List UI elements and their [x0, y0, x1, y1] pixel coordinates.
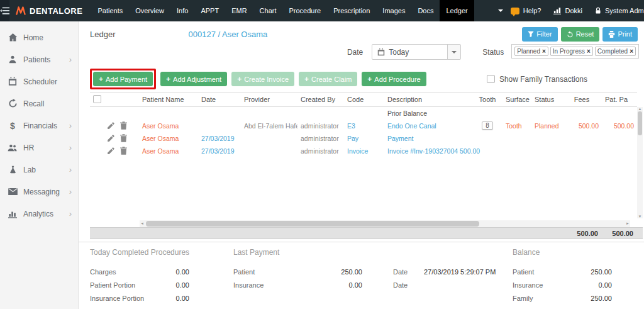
cell-fees: 500.00 — [562, 120, 602, 132]
date-select[interactable]: Today — [372, 44, 461, 60]
column-header-description: Description — [384, 93, 472, 107]
status-tag-planned[interactable]: Planned × — [514, 47, 548, 56]
nav-item-docs[interactable]: Docs — [411, 0, 440, 21]
cell-patient-name[interactable]: Aser Osama — [139, 145, 198, 157]
cell-patient-name[interactable]: Aser Osama — [139, 120, 198, 132]
nav-item-prescription[interactable]: Prescription — [327, 0, 376, 21]
sidebar-item-home[interactable]: Home — [0, 26, 78, 48]
scrollbar-thumb[interactable] — [638, 111, 642, 135]
sidebar-item-recall[interactable]: Recall — [0, 93, 78, 115]
column-header-patient-name: Patient Name — [139, 93, 198, 107]
balance-insurance-label: Insurance — [513, 281, 543, 289]
select-all-checkbox[interactable] — [93, 95, 101, 103]
edit-row-button[interactable] — [107, 147, 114, 155]
edit-row-button[interactable] — [107, 122, 114, 130]
add-procedure-button[interactable]: + Add Procedure — [362, 72, 426, 86]
table-vertical-scrollbar[interactable]: ▲ ▼ — [637, 107, 643, 218]
insurance-portion-value: 0.00 — [176, 295, 189, 302]
sidebar-item-lab[interactable]: Lab › — [0, 159, 78, 181]
delete-row-button[interactable] — [120, 134, 127, 142]
cell-date — [198, 120, 241, 132]
pencil-icon — [107, 135, 114, 142]
create-claim-button[interactable]: + Create Claim — [299, 72, 357, 86]
nav-more-dropdown[interactable] — [491, 0, 511, 21]
cell-provider: Abd El-7alem Hafez — [241, 120, 297, 132]
cell-description[interactable]: Invoice #Inv-190327004 500.00 — [384, 145, 472, 157]
close-icon[interactable]: × — [587, 48, 591, 55]
scroll-up-arrow[interactable]: ▲ — [638, 107, 643, 111]
tooth-badge[interactable]: 8 — [482, 121, 493, 130]
user-menu[interactable]: System Administrator — [595, 7, 644, 14]
nav-item-emr[interactable]: EMR — [225, 0, 253, 21]
brand[interactable]: DENTALORE — [9, 0, 91, 21]
table-horizontal-scrollbar[interactable]: ◄ ► — [140, 220, 630, 227]
balance-family-label: Family — [513, 295, 533, 302]
sidebar-item-financials[interactable]: $ Financials › — [0, 115, 78, 137]
sidebar-item-analytics[interactable]: Analytics › — [0, 203, 78, 225]
status-tag-in-progress[interactable]: In Progress × — [550, 47, 593, 56]
filter-label: Filter — [536, 30, 552, 38]
scroll-right-arrow[interactable]: ► — [625, 222, 630, 225]
create-claim-label: Create Claim — [311, 76, 352, 83]
reset-button[interactable]: Reset — [561, 27, 600, 42]
cell-code[interactable]: Invoice — [344, 145, 384, 157]
nav-item-ledger[interactable]: Ledger — [440, 0, 474, 21]
calendar-icon — [377, 48, 385, 56]
show-family-checkbox[interactable]: Show Family Transactions — [487, 75, 587, 84]
cell-code[interactable]: Pay — [344, 132, 384, 145]
status-tag-label: Completed — [597, 48, 628, 55]
cell-description[interactable]: Endo One Canal — [384, 120, 472, 132]
date-select-value: Today — [389, 48, 409, 57]
top-nav: Patients Overview Info APPT EMR Chart Pr… — [91, 0, 510, 21]
scrollbar-thumb[interactable] — [146, 221, 479, 227]
clinic-selector[interactable]: Dokki — [553, 7, 582, 14]
totals-pat-paid: 500.00 — [602, 228, 633, 240]
table-row: Prior Balance — [90, 107, 637, 120]
sidebar-toggle-button[interactable] — [0, 0, 9, 21]
status-tag-completed[interactable]: Completed × — [595, 47, 636, 56]
cell-description[interactable]: Payment — [384, 132, 472, 145]
filter-button[interactable]: Filter — [522, 27, 557, 42]
date-select-caret[interactable] — [447, 45, 460, 59]
sidebar-item-scheduler[interactable]: Scheduler — [0, 70, 78, 93]
sidebar-item-hr[interactable]: HR › — [0, 137, 78, 159]
cell-patient-name[interactable]: Aser Osama — [139, 132, 198, 145]
cell-code[interactable]: E3 — [344, 120, 384, 132]
add-adjustment-button[interactable]: + Add Adjustment — [160, 72, 227, 86]
table-row: Aser Osama 27/03/2019 administrator Pay … — [90, 132, 637, 145]
close-icon[interactable]: × — [630, 48, 633, 55]
nav-item-overview[interactable]: Overview — [129, 0, 170, 21]
print-button[interactable]: Print — [602, 27, 638, 42]
sidebar-item-patients[interactable]: Patients › — [0, 48, 78, 70]
cell-date: 27/03/2019 — [198, 132, 241, 145]
add-payment-button[interactable]: + Add Payment — [93, 72, 153, 86]
nav-item-patients[interactable]: Patients — [91, 0, 129, 21]
clinic-label: Dokki — [565, 7, 582, 14]
sidebar-item-label: Financials — [23, 121, 57, 130]
patient-link[interactable]: 000127 / Aser Osama — [188, 30, 267, 39]
plus-icon: + — [367, 75, 372, 84]
scroll-down-arrow[interactable]: ▼ — [638, 215, 643, 218]
nav-item-appt[interactable]: APPT — [194, 0, 225, 21]
nav-item-images[interactable]: Images — [376, 0, 411, 21]
status-filter-label: Status — [482, 48, 504, 57]
create-invoice-button[interactable]: + Create Invoice — [231, 72, 294, 86]
lp-insurance-value: 0.00 — [293, 281, 362, 289]
delete-row-button[interactable] — [120, 121, 127, 130]
help-button[interactable]: Help? — [511, 7, 541, 14]
status-filter-box[interactable]: Planned × In Progress × Completed × — [511, 44, 639, 59]
checkbox-icon[interactable] — [487, 75, 495, 83]
close-icon[interactable]: × — [542, 48, 546, 55]
delete-row-button[interactable] — [120, 147, 127, 155]
scroll-left-arrow[interactable]: ◄ — [140, 222, 145, 225]
nav-item-chart[interactable]: Chart — [253, 0, 283, 21]
add-adjustment-label: Add Adjustment — [173, 76, 221, 83]
trash-icon — [120, 121, 127, 130]
table-row: Aser Osama 27/03/2019 administrator Invo… — [90, 145, 637, 157]
sidebar-item-label: Recall — [23, 99, 44, 108]
totals-fees: 500.00 — [562, 228, 598, 240]
sidebar-item-messaging[interactable]: Messaging › — [0, 181, 78, 203]
edit-row-button[interactable] — [107, 135, 114, 142]
nav-item-info[interactable]: Info — [170, 0, 194, 21]
nav-item-procedure[interactable]: Procedure — [282, 0, 327, 21]
